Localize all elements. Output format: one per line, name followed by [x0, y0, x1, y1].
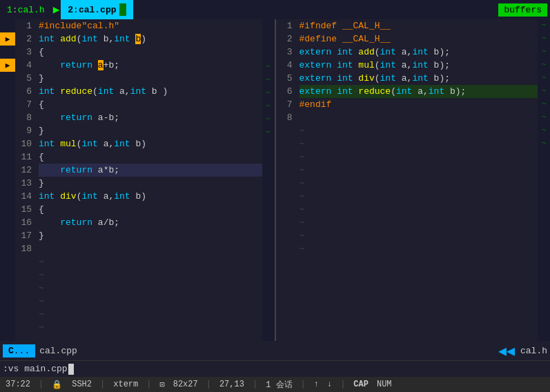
tab-bar: 1 : cal.h ▶ 2 : cal.cpp buffers [0, 0, 550, 19]
rln-5: 5 [276, 72, 293, 85]
rscroll-1: ~ [542, 19, 547, 32]
code-line-4: return a+b; [39, 59, 262, 72]
status-xterm: xterm [113, 380, 138, 389]
scroll-mark-1: ~ [266, 61, 271, 74]
left-scroll-col: ~ ~ ~ ~ ~ ~ [262, 19, 275, 341]
left-gutter: ▶ ▶ [0, 19, 15, 341]
statusbar-area: C ... cal.cpp ◀◀ cal.h :vs main.cpp 37:2… [0, 341, 550, 392]
rln-6: 6 [276, 85, 293, 98]
rtilde-9: ~ [299, 229, 538, 242]
status-dims: 82x27 [173, 380, 198, 389]
gutter-6 [0, 85, 15, 98]
status-time: 37:22 [6, 380, 30, 389]
rtilde-2: ~ [299, 137, 538, 150]
code-line-14: int div(int a,int b) [39, 190, 262, 203]
tab2-num: 2 [68, 5, 73, 15]
code-line-5: } [39, 72, 262, 85]
rln-7: 7 [276, 98, 293, 111]
left-line-numbers: 1 2 3 4 5 6 7 8 9 10 11 12 13 14 15 16 1… [15, 19, 35, 341]
ln-1: 1 [15, 19, 32, 32]
tilde-l4: ~ [39, 295, 262, 308]
scroll-mark-6: ~ [266, 126, 271, 139]
gutter-15 [0, 203, 15, 216]
rtilde-4: ~ [299, 164, 538, 177]
rscroll-7: ~ [542, 98, 547, 111]
rtilde-1: ~ [299, 124, 538, 137]
status-sep3: | [146, 380, 151, 389]
ln-4: 4 [15, 59, 32, 72]
status-pos: 27,13 [219, 380, 244, 389]
status-sessions: 1 会话 [266, 379, 292, 391]
gutter-5 [0, 72, 15, 85]
gutter-9 [0, 124, 15, 137]
right-pane: 1 2 3 4 5 6 7 8 #ifndef __CAL_H__ #defin… [276, 19, 551, 341]
cmd-line: C ... cal.cpp ◀◀ cal.h [0, 341, 550, 360]
ln-3: 3 [15, 46, 32, 59]
right-line-numbers: 1 2 3 4 5 6 7 8 [276, 19, 295, 341]
code-line-13: } [39, 177, 262, 190]
ln-17: 17 [15, 229, 32, 242]
code-line-8: return a-b; [39, 111, 262, 124]
tilde-l3: ~ [39, 282, 262, 295]
tab1-sep: : [12, 5, 18, 15]
tab1-num: 1 [7, 5, 12, 15]
bottom-bar: 37:22 | 🔒 SSH2 | xterm | ⊡ 82x27 | 27,13… [0, 377, 550, 392]
code-line-9: } [39, 124, 262, 137]
tab-cal-cpp[interactable]: 2 : cal.cpp [61, 0, 132, 19]
gutter-17 [0, 229, 15, 242]
status-sep4: | [206, 380, 211, 389]
gutter-11 [0, 150, 15, 164]
tilde-l6: ~ [39, 321, 262, 334]
code-line-1: #include"cal.h" [39, 19, 262, 32]
gutter-16 [0, 216, 15, 229]
rln-4: 4 [276, 59, 293, 72]
rscroll-10: ~ [542, 137, 547, 150]
code-line-2: int add(int b,int b) [39, 32, 262, 46]
rcode-line-3: extern int add(int a,int b); [299, 46, 538, 59]
rcode-line-4: extern int mul(int a,int b); [299, 59, 538, 72]
cmd-tab-left[interactable]: C ... [3, 344, 35, 357]
code-line-6: int reduce(int a,int b ) [39, 85, 262, 98]
cmd-filename-left: cal.cpp [39, 346, 77, 356]
tab1-name: cal.h [18, 5, 45, 15]
input-prompt-text: :vs main.cpp [3, 364, 68, 374]
ln-10: 10 [15, 137, 32, 150]
ln-12: 12 [15, 164, 32, 177]
right-code-content[interactable]: #ifndef __CAL_H__ #define __CAL_H__ exte… [295, 19, 538, 341]
nav-down-icon[interactable]: ↓ [327, 380, 332, 389]
tab-cal-h[interactable]: 1 : cal.h [0, 0, 52, 19]
nav-up-icon[interactable]: ↑ [314, 380, 319, 389]
rtilde-5: ~ [299, 177, 538, 190]
ln-7: 7 [15, 98, 32, 111]
rcode-line-6: extern int reduce(int a,int b); [299, 85, 538, 98]
ln-13: 13 [15, 177, 32, 190]
rtilde-3: ~ [299, 150, 538, 164]
input-line[interactable]: :vs main.cpp [0, 360, 550, 377]
scroll-mark-3: ~ [266, 87, 271, 100]
gutter-14 [0, 190, 15, 203]
tab-modified-indicator [119, 3, 126, 16]
scroll-mark-4: ~ [266, 100, 271, 113]
cmd-tab-right: ◀◀ cal.h [498, 342, 547, 360]
ln-8: 8 [15, 111, 32, 124]
gutter-8 [0, 111, 15, 124]
buffers-button[interactable]: buffers [498, 3, 547, 17]
editor-area: ▶ ▶ 1 2 3 4 5 6 7 8 [0, 19, 550, 341]
status-dims-icon: ⊡ [159, 380, 164, 390]
left-pane: ▶ ▶ 1 2 3 4 5 6 7 8 [0, 19, 275, 341]
code-line-10: int mul(int a,int b) [39, 137, 262, 150]
rln-8: 8 [276, 111, 293, 124]
cmd-tab-letter: C [8, 346, 14, 356]
left-code-content[interactable]: #include"cal.h" int add(int b,int b) { r… [35, 19, 262, 341]
rscroll-6: ~ [542, 85, 547, 98]
rtilde-7: ~ [299, 203, 538, 216]
status-num: NUM [377, 380, 392, 389]
rtilde-8: ~ [299, 216, 538, 229]
code-line-11: { [39, 150, 262, 164]
rcode-line-2: #define __CAL_H__ [299, 32, 538, 46]
cmd-arrows-icon[interactable]: ◀◀ [498, 342, 515, 360]
rcode-line-8 [299, 111, 538, 124]
scroll-mark-5: ~ [266, 113, 271, 126]
code-line-7: { [39, 98, 262, 111]
rln-3: 3 [276, 46, 293, 59]
